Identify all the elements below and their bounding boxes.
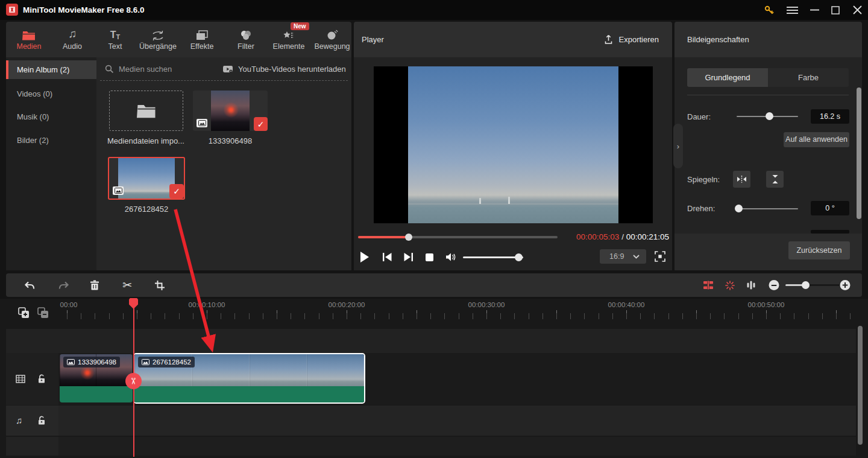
layers-icon xyxy=(196,26,208,40)
license-key-icon[interactable] xyxy=(761,0,778,20)
starburst-icon[interactable] xyxy=(725,273,735,297)
sidebar-item-musik[interactable]: Musik (0) xyxy=(6,107,96,126)
ruler-label: 00:00:10:00 xyxy=(189,301,225,308)
apply-to-all-button[interactable]: Auf alle anwenden xyxy=(784,132,849,147)
properties-header: Bildeigenschaften xyxy=(675,22,862,57)
import-media-label: Mediendateien impo... xyxy=(107,136,184,145)
ripple-edit-icon[interactable] xyxy=(703,273,714,297)
collapse-panel-handle[interactable]: › xyxy=(673,124,683,168)
chevron-right-icon: › xyxy=(677,142,679,151)
track-height-icon[interactable] xyxy=(747,273,755,297)
redo-button[interactable] xyxy=(58,273,69,297)
new-badge: New xyxy=(291,22,309,30)
rotate-slider[interactable] xyxy=(737,208,798,209)
media-item-2676128452[interactable]: ✓ xyxy=(108,157,185,200)
album-sidebar: Mein Album (2) Videos (0) Musik (0) Bild… xyxy=(6,57,96,270)
unlock-icon[interactable] xyxy=(37,374,46,384)
split-scissors-button[interactable]: ✂ xyxy=(122,273,132,297)
video-track-gutter xyxy=(6,353,58,405)
close-button[interactable] xyxy=(849,0,866,20)
properties-scrollbar[interactable] xyxy=(857,87,861,219)
toolbar-item-elemente[interactable]: New Elemente xyxy=(268,22,310,57)
bridge-pylon xyxy=(508,197,510,204)
split-at-playhead-button[interactable]: ✂ xyxy=(125,373,142,389)
add-track-button[interactable] xyxy=(18,307,30,319)
flip-vertical-button[interactable] xyxy=(766,171,784,188)
zoom-slider-thumb[interactable] xyxy=(802,281,810,289)
duration-slider[interactable] xyxy=(737,116,798,117)
toolbar-label: Elemente xyxy=(273,42,305,51)
tab-grundlegend[interactable]: Grundlegend xyxy=(687,68,768,87)
minimize-button[interactable] xyxy=(806,0,823,20)
timeline-clip-2676128452[interactable]: 2676128452 xyxy=(133,353,365,404)
flip-horizontal-button[interactable] xyxy=(733,171,750,188)
film-track-icon xyxy=(16,375,25,383)
remove-track-button[interactable] xyxy=(37,307,49,319)
duration-slider-thumb[interactable] xyxy=(766,112,773,120)
seek-bar[interactable] xyxy=(358,236,558,238)
toolbar-item-bewegung[interactable]: Bewegung xyxy=(311,22,353,57)
timeline-clip-1333906498[interactable]: 1333906498 xyxy=(60,354,133,402)
video-frame-image xyxy=(408,66,618,223)
search-placeholder: Medien suchen xyxy=(119,65,172,74)
zoom-out-button[interactable] xyxy=(769,273,779,297)
export-button[interactable]: Exportieren xyxy=(603,22,659,57)
export-label: Exportieren xyxy=(619,35,659,44)
rotate-value[interactable]: 0 ° xyxy=(811,201,849,215)
toolbar-item-filter[interactable]: Filter xyxy=(225,22,267,57)
selected-check-icon[interactable]: ✓ xyxy=(254,117,268,131)
volume-icon[interactable] xyxy=(445,252,457,262)
toolbar-label: Effekte xyxy=(190,42,214,51)
undo-button[interactable] xyxy=(24,273,35,297)
timeline-zoom-slider[interactable] xyxy=(785,284,840,286)
image-type-icon xyxy=(197,119,207,127)
folder-icon xyxy=(22,26,36,40)
chevron-down-icon xyxy=(633,255,640,259)
toolbar-label: Bewegung xyxy=(314,42,350,51)
delete-button[interactable] xyxy=(89,273,100,297)
tab-farbe[interactable]: Farbe xyxy=(768,68,849,87)
toolbar-label: Übergänge xyxy=(139,42,177,51)
timeline-scrollbar[interactable] xyxy=(858,326,863,445)
sidebar-item-videos[interactable]: Videos (0) xyxy=(6,84,96,103)
selected-check-icon[interactable]: ✓ xyxy=(169,184,184,199)
clip-audio-bar xyxy=(60,386,133,402)
aspect-ratio-dropdown[interactable]: 16:9 xyxy=(600,249,646,264)
ruler-minor-ticks[interactable] xyxy=(67,313,857,319)
volume-thumb[interactable] xyxy=(515,253,523,261)
clip-label-badge: 2676128452 xyxy=(138,357,195,367)
seek-thumb[interactable] xyxy=(405,234,412,241)
extra-track-gutter xyxy=(6,437,58,456)
sidebar-item-bilder[interactable]: Bilder (2) xyxy=(6,131,96,150)
import-media-tile[interactable] xyxy=(109,91,183,131)
divider xyxy=(687,95,849,95)
youtube-download-button[interactable]: YouTube-Videos herunterladen xyxy=(223,62,346,75)
toolbar-item-text[interactable]: TT Text xyxy=(94,22,136,57)
reset-button[interactable]: Zurücksetzen xyxy=(788,241,850,259)
media-search-input[interactable]: Medien suchen xyxy=(105,62,225,75)
flip-horizontal-icon xyxy=(736,175,747,183)
media-library-panel: Medien suchen YouTube-Videos herunterlad… xyxy=(96,57,351,270)
unlock-icon[interactable] xyxy=(37,415,46,425)
fullscreen-button[interactable] xyxy=(655,251,665,262)
duration-value[interactable]: 16.2 s xyxy=(811,109,849,124)
crop-button[interactable] xyxy=(154,273,165,297)
volume-slider[interactable] xyxy=(463,256,523,258)
zoom-in-button[interactable] xyxy=(840,273,851,297)
music-track-icon: ♫ xyxy=(16,415,22,425)
rotate-slider-thumb[interactable] xyxy=(735,205,743,212)
toolbar-item-medien[interactable]: Medien xyxy=(8,22,50,57)
media-item-1333906498[interactable]: ✓ xyxy=(193,91,268,131)
stop-button[interactable] xyxy=(426,253,433,261)
menu-icon[interactable] xyxy=(784,0,800,20)
toolbar-item-effekte[interactable]: Effekte xyxy=(181,22,223,57)
toolbar-item-audio[interactable]: ♫ Audio xyxy=(51,22,93,57)
play-button[interactable] xyxy=(360,252,369,262)
toolbar-item-uebergaenge[interactable]: Übergänge xyxy=(137,22,179,57)
previous-frame-button[interactable] xyxy=(382,252,392,262)
search-icon xyxy=(105,65,114,74)
next-frame-button[interactable] xyxy=(403,252,414,262)
sidebar-item-mein-album[interactable]: Mein Album (2) xyxy=(6,60,96,79)
maximize-button[interactable] xyxy=(827,0,844,20)
aspect-ratio-value: 16:9 xyxy=(609,252,624,261)
